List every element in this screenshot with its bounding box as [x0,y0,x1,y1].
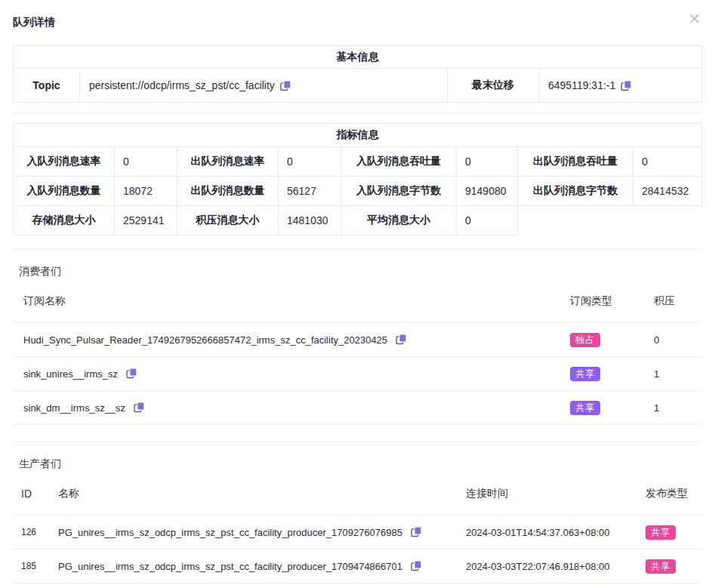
table-row: Hudi_Sync_Pulsar_Reader_1749267952666857… [13,323,702,357]
producer-name-cell: PG_unires__irms_sz_odcp_irms_sz_pst_cc_f… [58,526,466,538]
copy-icon[interactable] [280,80,291,91]
consumers-section-title: 消费者们 [19,265,715,279]
metric-label: 入队列消息速率 [13,147,115,177]
table-row: sink_unires__irms_sz 共享 1 [13,357,702,391]
metric-value: 28414532 [633,177,702,206]
subscription-name-cell: sink_unires__irms_sz [13,368,570,380]
copy-icon[interactable] [126,368,137,379]
metric-label: 出队列消息数量 [177,177,279,206]
subscription-name: Hudi_Sync_Pulsar_Reader_1749267952666857… [23,334,387,346]
subscription-name-cell: sink_dm__irms_sz__sz [13,402,570,414]
metric-value: 9149080 [457,177,518,206]
producers-header-row: ID 名称 连接时间 发布类型 [13,472,702,516]
basic-info-table: 基本信息 Topic persistent://odcp/irms_sz_pst… [13,45,702,103]
backlog-value: 1 [654,402,702,414]
producer-connect-time: 2024-03-03T22:07:46.918+08:00 [466,561,646,572]
col-header-id: ID [13,488,58,500]
col-header-subscription-type: 订阅类型 [570,294,654,308]
metric-value: 0 [115,147,177,177]
subscription-name-cell: Hudi_Sync_Pulsar_Reader_1749267952666857… [13,334,570,346]
divider [13,249,702,250]
metric-label: 积压消息大小 [177,206,279,236]
copy-icon[interactable] [411,560,422,571]
offset-label: 最末位移 [448,69,539,102]
basic-info-row: Topic persistent://odcp/irms_sz_pst/cc_f… [13,68,702,103]
publish-type-cell: 共享 [646,525,702,540]
producer-name-cell: PG_unires__irms_sz_odcp_irms_sz_pst_cc_f… [58,560,466,572]
col-header-producer-name: 名称 [58,487,466,500]
dialog-title: 队列详情 [13,16,55,28]
metrics-row: 存储消息大小 2529141 积压消息大小 1481030 平均消息大小 0 [13,206,702,236]
copy-icon[interactable] [396,334,407,345]
metrics-title: 指标信息 [13,123,702,147]
backlog-value: 0 [654,334,702,346]
metric-value: 1481030 [279,206,341,236]
metric-value: 18072 [115,177,177,206]
offset-value: 6495119:31:-1 [548,79,615,91]
col-header-subscription-name: 订阅名称 [13,294,570,308]
producer-connect-time: 2024-03-01T14:54:37.063+08:00 [466,527,646,538]
status-badge: 共享 [570,367,600,381]
consumers-header-row: 订阅名称 订阅类型 积压 [13,279,702,323]
status-badge: 共享 [646,559,676,574]
subscription-type-cell: 共享 [570,401,654,415]
copy-icon[interactable] [621,80,632,91]
producer-id: 185 [13,561,58,571]
divider [13,442,702,442]
producers-table: ID 名称 连接时间 发布类型 126 PG_unires__irms_sz_o… [13,472,702,583]
basic-info-title: 基本信息 [13,45,702,68]
status-badge: 共享 [570,401,600,415]
metric-label: 入队列消息数量 [13,177,115,206]
topic-value: persistent://odcp/irms_sz_pst/cc_facilit… [89,79,275,91]
metric-value: 0 [457,147,518,177]
metric-label: 出队列消息字节数 [518,177,633,206]
subscription-type-cell: 独占 [570,333,654,347]
offset-value-cell: 6495119:31:-1 [539,69,701,102]
subscription-type-cell: 共享 [570,367,654,381]
topic-value-cell: persistent://odcp/irms_sz_pst/cc_facilit… [80,69,448,102]
close-icon[interactable]: ✕ [686,11,703,27]
col-header-publish-type: 发布类型 [646,487,702,500]
producer-name: PG_unires__irms_sz_odcp_irms_sz_pst_cc_f… [58,561,402,572]
topic-label: Topic [14,69,80,102]
empty-cell [518,206,702,236]
subscription-name: sink_dm__irms_sz__sz [23,402,125,414]
metrics-row: 入队列消息数量 18072 出队列消息数量 56127 入队列消息字节数 914… [13,177,702,206]
metric-label: 平均消息大小 [341,206,457,236]
backlog-value: 1 [654,368,702,380]
producers-section-title: 生产者们 [19,457,715,471]
col-header-connect-time: 连接时间 [466,487,646,500]
table-row: 126 PG_unires__irms_sz_odcp_irms_sz_pst_… [13,516,702,550]
metric-label: 出队列消息吞吐量 [518,147,633,177]
consumers-table: 订阅名称 订阅类型 积压 Hudi_Sync_Pulsar_Reader_174… [13,279,702,425]
col-header-backlog: 积压 [654,294,702,308]
producer-id: 126 [13,527,58,537]
metric-value: 56127 [279,177,341,206]
metric-value: 0 [457,206,518,236]
copy-icon[interactable] [134,402,145,413]
producer-name: PG_unires__irms_sz_odcp_irms_sz_pst_cc_f… [58,527,402,538]
metrics-row: 入队列消息速率 0 出队列消息速率 0 入队列消息吞吐量 0 出队列消息吞吐量 … [13,147,702,177]
table-row: 185 PG_unires__irms_sz_odcp_irms_sz_pst_… [13,550,702,583]
subscription-name: sink_unires__irms_sz [23,368,118,380]
metric-label: 入队列消息字节数 [341,177,457,206]
status-badge: 共享 [646,525,676,540]
metric-value: 2529141 [115,206,177,236]
divider [13,112,702,113]
metric-label: 存储消息大小 [13,206,115,236]
dialog-header: 队列详情 ✕ [0,0,715,26]
metrics-table: 指标信息 入队列消息速率 0 出队列消息速率 0 入队列消息吞吐量 0 出队列消… [13,123,702,236]
metric-label: 入队列消息吞吐量 [341,147,457,177]
table-row: sink_dm__irms_sz__sz 共享 1 [13,391,702,425]
metric-value: 0 [633,147,702,177]
metric-label: 出队列消息速率 [177,147,279,177]
metric-value: 0 [279,147,341,177]
publish-type-cell: 共享 [646,559,702,574]
copy-icon[interactable] [411,526,422,537]
status-badge: 独占 [570,333,600,347]
